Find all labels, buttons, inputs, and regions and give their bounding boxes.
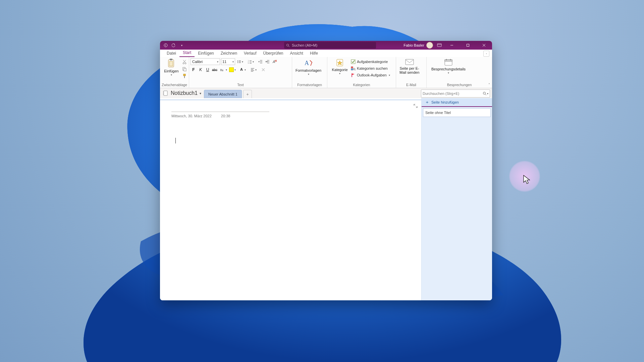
tab-ueberpruefen[interactable]: Überprüfen bbox=[260, 50, 286, 57]
highlight-swatch bbox=[229, 67, 234, 72]
ribbon: Einfügen ▾ Zwischenablage Calibri▾ bbox=[160, 57, 492, 88]
chevron-down-icon[interactable]: ▾ bbox=[226, 68, 227, 71]
copy-button[interactable] bbox=[181, 66, 187, 72]
titlebar: ▾ Seite ohne Titel - OneNote Suchen (Alt… bbox=[160, 41, 492, 50]
search-icon bbox=[286, 44, 290, 47]
tab-einfuegen[interactable]: Einfügen bbox=[195, 50, 217, 57]
svg-rect-54 bbox=[445, 60, 452, 61]
outlook-tasks-button[interactable]: Outlook-Aufgaben ▾ bbox=[351, 72, 390, 78]
svg-rect-57 bbox=[164, 91, 167, 96]
highlight-button[interactable]: ▾ bbox=[228, 67, 238, 73]
tab-zeichnen[interactable]: Zeichnen bbox=[217, 50, 240, 57]
email-page-button[interactable]: Seite per E- Mail senden bbox=[397, 58, 421, 75]
notebook-picker[interactable]: Notizbuch1 ▾ bbox=[160, 88, 204, 98]
svg-point-21 bbox=[237, 61, 238, 62]
clear-formatting-button[interactable]: A bbox=[272, 59, 278, 65]
qat-customize-icon[interactable]: ▾ bbox=[179, 43, 184, 48]
svg-line-51 bbox=[355, 70, 356, 70]
align-button[interactable]: ▾ bbox=[250, 67, 259, 73]
close-button[interactable] bbox=[477, 41, 491, 50]
task-category-button[interactable]: Aufgabenkategorie bbox=[351, 58, 390, 65]
indent-button[interactable] bbox=[265, 59, 271, 65]
chevron-down-icon: ▾ bbox=[487, 92, 488, 95]
page-list-item[interactable]: Seite ohne Titel bbox=[423, 108, 491, 117]
tab-verlauf[interactable]: Verlauf bbox=[240, 50, 260, 57]
titlebar-search[interactable]: Suchen (Alt+M) bbox=[284, 42, 376, 49]
fullscreen-button[interactable] bbox=[413, 104, 418, 109]
group-styles-label: Formatvorlagen bbox=[293, 83, 326, 88]
text-caret bbox=[175, 138, 176, 143]
underline-button[interactable]: U bbox=[205, 67, 211, 73]
ribbon-mode-icon[interactable] bbox=[436, 43, 443, 48]
minimize-button[interactable] bbox=[444, 41, 459, 50]
styles-icon: A bbox=[304, 58, 313, 68]
collapse-ribbon-button[interactable]: ˄ bbox=[488, 83, 490, 86]
paste-button[interactable]: Einfügen ▾ bbox=[161, 58, 181, 77]
user-name: Fabio Basler bbox=[404, 43, 424, 47]
section-tab[interactable]: Neuer Abschnitt 1 bbox=[204, 90, 242, 98]
add-page-button[interactable]: ＋ Seite hinzufügen bbox=[422, 98, 492, 107]
undo-icon[interactable] bbox=[171, 43, 176, 48]
bold-button[interactable]: F bbox=[191, 67, 197, 73]
scissors-icon bbox=[182, 60, 187, 64]
group-categories: Kategorie ▾ Aufgabenkategorie Kategorien… bbox=[327, 57, 396, 88]
bullets-button[interactable]: ▾ bbox=[236, 59, 246, 65]
outdent-button[interactable] bbox=[258, 59, 264, 65]
chevron-down-icon: ▾ bbox=[232, 60, 234, 63]
chevron-down-icon: ▾ bbox=[448, 71, 449, 74]
calendar-icon bbox=[444, 58, 453, 66]
tab-ansicht[interactable]: Ansicht bbox=[287, 50, 307, 57]
group-email-label: E-Mail bbox=[397, 83, 425, 88]
chevron-down-icon: ▾ bbox=[200, 92, 201, 95]
page-list-item-label: Seite ohne Titel bbox=[425, 111, 451, 115]
svg-rect-6 bbox=[467, 44, 469, 47]
subscript-button[interactable]: x₂ bbox=[219, 67, 225, 73]
category-button[interactable]: Kategorie ▾ bbox=[329, 58, 351, 76]
meeting-details-label: Besprechungsdetails bbox=[431, 67, 466, 71]
font-color-button[interactable]: A▾ bbox=[239, 67, 249, 73]
styles-button[interactable]: A Formatvorlagen ▾ bbox=[293, 58, 323, 76]
italic-button[interactable]: K bbox=[198, 67, 204, 73]
numbering-button[interactable]: 123▾ bbox=[247, 59, 257, 65]
svg-line-14 bbox=[183, 60, 186, 63]
svg-line-62 bbox=[485, 94, 486, 95]
find-categories-button[interactable]: Kategorien suchen bbox=[351, 65, 390, 72]
cursor-icon bbox=[523, 175, 531, 184]
format-painter-button[interactable] bbox=[181, 73, 187, 79]
tab-start[interactable]: Start bbox=[179, 49, 195, 57]
page-canvas[interactable]: Mittwoch, 30. März 2022 20:38 bbox=[160, 98, 421, 300]
maximize-button[interactable] bbox=[461, 41, 475, 50]
notebook-icon bbox=[163, 90, 169, 96]
delete-button[interactable] bbox=[260, 67, 266, 73]
ribbon-display-options[interactable]: ▫ bbox=[483, 51, 489, 57]
meeting-details-button[interactable]: Besprechungsdetails ▾ bbox=[428, 58, 469, 75]
svg-rect-48 bbox=[351, 67, 353, 68]
add-page-label: Seite hinzufügen bbox=[431, 100, 459, 104]
svg-point-12 bbox=[183, 63, 184, 64]
tab-datei[interactable]: Datei bbox=[163, 50, 179, 57]
account-button[interactable]: Fabio Basler bbox=[404, 42, 433, 49]
group-meetings-label: Besprechungen bbox=[428, 83, 491, 88]
page-list-pane: ＋ Seite hinzufügen Seite ohne Titel bbox=[421, 98, 492, 300]
align-left-icon bbox=[251, 68, 255, 72]
outlook-tasks-label: Outlook-Aufgaben bbox=[357, 73, 387, 77]
cursor-highlight bbox=[509, 161, 540, 192]
tab-hilfe[interactable]: Hilfe bbox=[307, 50, 321, 57]
back-icon[interactable] bbox=[163, 43, 168, 48]
chevron-down-icon: ▾ bbox=[255, 68, 257, 71]
cut-button[interactable] bbox=[181, 59, 187, 65]
copy-icon bbox=[182, 67, 187, 71]
notebook-search[interactable]: Durchsuchen (Strg+E) ▾ bbox=[421, 89, 490, 98]
add-section-button[interactable]: ＋ bbox=[243, 90, 252, 98]
svg-text:A: A bbox=[305, 60, 309, 66]
font-size-combo[interactable]: 11▾ bbox=[221, 58, 235, 65]
svg-rect-52 bbox=[406, 59, 414, 65]
svg-point-1 bbox=[286, 44, 288, 46]
clear-formatting-icon: A bbox=[272, 59, 277, 64]
find-tags-icon bbox=[351, 66, 356, 71]
strike-button[interactable]: abc bbox=[212, 67, 218, 73]
page-title-block[interactable]: Mittwoch, 30. März 2022 20:38 bbox=[171, 112, 269, 118]
bullets-icon bbox=[237, 60, 241, 64]
font-name-combo[interactable]: Calibri▾ bbox=[191, 58, 220, 65]
svg-rect-18 bbox=[183, 74, 185, 76]
